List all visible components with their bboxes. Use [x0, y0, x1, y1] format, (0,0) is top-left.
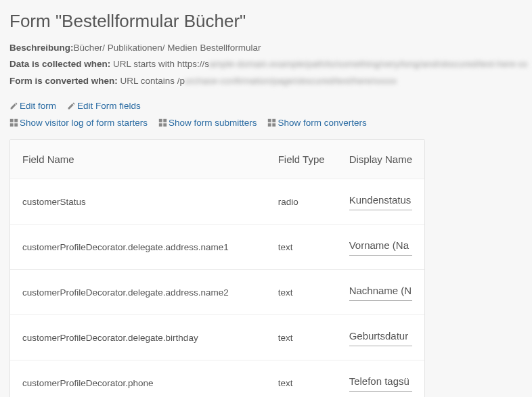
edit-form-fields-link[interactable]: Edit Form fields — [67, 98, 141, 114]
svg-rect-2 — [10, 123, 14, 126]
cell-field-name: customerProfileDecorator.delegate.addres… — [10, 225, 266, 270]
cell-field-name: customerProfileDecorator.phone — [10, 360, 266, 397]
meta-description: Beschreibung:Bücher/ Publikationen/ Medi… — [9, 41, 523, 55]
meta-description-label: Beschreibung: — [9, 43, 74, 53]
table-row: customerProfileDecorator.delegate.addres… — [10, 225, 424, 270]
svg-rect-8 — [268, 119, 271, 122]
edit-icon — [67, 101, 76, 110]
show-submitters-label: Show form submitters — [169, 118, 257, 128]
svg-rect-4 — [159, 119, 162, 122]
cell-field-type: text — [266, 270, 337, 315]
grid-icon — [267, 118, 276, 127]
cell-field-name: customerProfileDecorator.delegate.addres… — [10, 270, 266, 315]
edit-form-label: Edit form — [20, 101, 56, 111]
col-header-display-name: Display Name — [337, 140, 424, 179]
action-links-row: Edit form Edit Form fields Show visitor … — [9, 97, 523, 132]
cell-display-name[interactable]: Vorname (Na — [337, 225, 424, 270]
cell-display-name[interactable]: Telefon tagsü — [337, 360, 424, 397]
edit-form-link[interactable]: Edit form — [9, 98, 56, 114]
show-starters-label: Show visitor log of form starters — [20, 118, 148, 128]
edit-icon — [9, 101, 18, 110]
svg-rect-7 — [163, 123, 167, 126]
grid-icon — [9, 118, 18, 127]
cell-field-type: text — [266, 360, 337, 397]
edit-form-fields-label: Edit Form fields — [77, 101, 141, 111]
cell-field-type: text — [266, 225, 337, 270]
meta-converted-prefix: URL contains /p — [118, 76, 185, 86]
col-header-field-name: Field Name — [10, 140, 266, 179]
show-converters-link[interactable]: Show form converters — [267, 115, 366, 131]
fields-table: Field Name Field Type Display Name custo… — [10, 140, 424, 397]
display-name-input[interactable]: Telefon tagsü — [349, 374, 412, 392]
show-converters-label: Show form converters — [278, 118, 366, 128]
svg-rect-11 — [273, 123, 276, 126]
meta-converted: Form is converted when: URL contains /pu… — [9, 74, 523, 88]
fields-table-container: Field Name Field Type Display Name custo… — [9, 139, 425, 397]
svg-rect-10 — [268, 123, 271, 126]
svg-rect-9 — [273, 119, 276, 122]
page-title: Form "Bestellformular Bücher" — [9, 11, 523, 32]
display-name-input[interactable]: Kundenstatus — [349, 193, 412, 210]
table-row: customerStatus radio Kundenstatus — [10, 179, 424, 225]
display-name-input[interactable]: Geburtsdatur — [349, 329, 412, 346]
cell-field-type: text — [266, 315, 337, 360]
meta-description-value: Bücher/ Publikationen/ Medien Bestellfor… — [74, 43, 261, 53]
svg-rect-3 — [14, 123, 18, 126]
cell-field-type: radio — [266, 179, 337, 225]
cell-field-name: customerStatus — [10, 179, 266, 225]
show-submitters-link[interactable]: Show form submitters — [158, 115, 257, 131]
svg-rect-0 — [10, 119, 14, 122]
svg-rect-6 — [159, 123, 162, 126]
display-name-input[interactable]: Nachname (N — [349, 283, 412, 301]
cell-field-name: customerProfileDecorator.delegate.birthd… — [10, 315, 266, 360]
table-header-row: Field Name Field Type Display Name — [10, 140, 424, 179]
meta-collected-prefix: URL starts with https://s — [110, 59, 209, 69]
table-row: customerProfileDecorator.delegate.birthd… — [10, 315, 424, 360]
grid-icon — [158, 118, 167, 127]
svg-rect-5 — [163, 119, 167, 122]
meta-collected-label: Data is collected when: — [9, 59, 110, 69]
cell-display-name[interactable]: Geburtsdatur — [337, 315, 424, 360]
meta-converted-blurred: urchase-confirmation/page/obscured/text/… — [185, 76, 397, 86]
meta-converted-label: Form is converted when: — [9, 76, 118, 86]
table-row: customerProfileDecorator.delegate.addres… — [10, 270, 424, 315]
cell-display-name[interactable]: Kundenstatus — [337, 179, 424, 225]
show-starters-link[interactable]: Show visitor log of form starters — [9, 115, 148, 131]
meta-collected: Data is collected when: URL starts with … — [9, 57, 523, 71]
display-name-input[interactable]: Vorname (Na — [349, 238, 412, 256]
col-header-field-type: Field Type — [266, 140, 337, 179]
svg-rect-1 — [14, 119, 18, 122]
cell-display-name[interactable]: Nachname (N — [337, 270, 424, 315]
table-row: customerProfileDecorator.phone text Tele… — [10, 360, 424, 397]
meta-collected-blurred: ample-domain.example/path/to/something/v… — [209, 59, 528, 69]
